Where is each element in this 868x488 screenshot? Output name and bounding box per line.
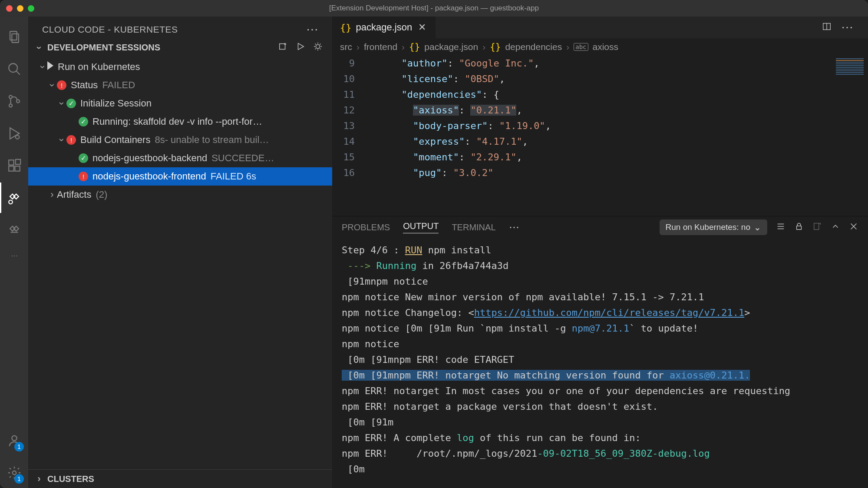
run-icon[interactable] (296, 42, 305, 53)
bottom-panel: PROBLEMS OUTPUT TERMINAL ⋯ Run on Kubern… (332, 216, 868, 488)
tree-initialize-session[interactable]: ✓ Initialize Session (28, 94, 332, 113)
cloud-run-icon[interactable] (0, 215, 28, 245)
list-icon[interactable] (776, 222, 785, 233)
svg-point-12 (12, 436, 17, 441)
dropdown-label: Run on Kubernetes: no (666, 222, 750, 232)
panel-tabs: PROBLEMS OUTPUT TERMINAL ⋯ Run on Kubern… (332, 216, 868, 238)
code-lines[interactable]: "author": "Google Inc.", "license": "0BS… (367, 56, 833, 216)
tab-output[interactable]: OUTPUT (403, 221, 439, 233)
clear-output-icon[interactable] (812, 222, 822, 233)
minimap[interactable] (833, 56, 868, 216)
section-label: CLUSTERS (47, 474, 94, 484)
svg-rect-14 (280, 44, 285, 50)
explorer-icon[interactable] (0, 22, 28, 52)
tree-label: nodejs-guestbook-backend (92, 153, 207, 164)
breadcrumb-segment[interactable]: src (340, 42, 352, 52)
traffic-lights (6, 5, 34, 12)
tree-state: FAILED (102, 80, 135, 91)
breadcrumb-segment[interactable]: package.json (424, 42, 478, 52)
tree-count: (2) (96, 189, 107, 200)
json-file-icon: {} (409, 42, 420, 52)
success-icon: ✓ (66, 99, 76, 108)
chevron-down-icon (47, 80, 57, 91)
svg-rect-1 (12, 34, 19, 43)
tree-state: SUCCEEDE… (211, 153, 274, 164)
tree-status[interactable]: ! Status FAILED (28, 76, 332, 94)
tree-label: Run on Kubernetes (58, 61, 140, 73)
svg-point-5 (16, 100, 19, 103)
dev-sessions-tree: Run on Kubernetes ! Status FAILED ✓ Init… (28, 57, 332, 205)
breadcrumb[interactable]: src› frontend› {} package.json› {} depen… (332, 38, 868, 56)
new-session-icon[interactable] (278, 42, 288, 53)
chevron-down-icon (57, 134, 66, 146)
tab-terminal[interactable]: TERMINAL (452, 222, 495, 232)
tree-label: Initialize Session (80, 98, 152, 109)
string-icon: abc (574, 43, 588, 51)
tab-problems[interactable]: PROBLEMS (342, 222, 390, 232)
settings-gear-icon[interactable]: 1 (0, 458, 28, 488)
output-content[interactable]: Step 4/6 : RUN npm install ---> Running … (332, 238, 868, 488)
svg-rect-9 (15, 166, 20, 171)
tree-backend[interactable]: ✓ nodejs-guestbook-backend SUCCEEDE… (28, 149, 332, 167)
close-tab-icon[interactable]: ✕ (416, 22, 428, 33)
account-icon[interactable]: 1 (0, 425, 28, 456)
settings-badge: 1 (14, 474, 24, 484)
tree-state: FAILED 6s (211, 171, 256, 182)
breadcrumb-segment[interactable]: axioss (593, 42, 619, 52)
section-development-sessions[interactable]: DEVELOPMENT SESSIONS (28, 38, 332, 57)
debug-icon[interactable] (313, 42, 323, 53)
chevron-down-icon (34, 42, 44, 53)
tree-build-containers[interactable]: ! Build Containers 8s- unable to stream … (28, 131, 332, 149)
breadcrumb-segment[interactable]: frontend (364, 42, 397, 52)
success-icon: ✓ (79, 153, 88, 163)
tree-skaffold[interactable]: ✓ Running: skaffold dev -v info --port-f… (28, 113, 332, 131)
lock-scroll-icon[interactable] (794, 222, 804, 233)
activity-bar: ⋯ 1 1 (0, 17, 28, 488)
tab-label: package.json (356, 22, 413, 33)
svg-rect-7 (9, 160, 13, 165)
tree-artifacts[interactable]: Artifacts (2) (28, 186, 332, 204)
tree-label: Running: skaffold dev -v info --port-for… (92, 116, 262, 127)
tree-detail: 8s- unable to stream buil… (155, 134, 269, 146)
svg-point-13 (12, 471, 16, 475)
close-window-button[interactable] (6, 5, 13, 12)
svg-point-2 (9, 63, 17, 72)
output-channel-dropdown[interactable]: Run on Kubernetes: no (660, 219, 767, 235)
maximize-window-button[interactable] (28, 5, 34, 12)
window-title: [Extension Development Host] - package.j… (329, 4, 539, 13)
chevron-right-icon (34, 473, 44, 485)
tree-frontend[interactable]: ! nodejs-guestbook-frontend FAILED 6s (28, 167, 332, 186)
minimize-window-button[interactable] (17, 5, 23, 12)
line-gutter: 910111213141516 (332, 56, 367, 216)
extensions-icon[interactable] (0, 150, 28, 181)
json-file-icon: {} (340, 22, 352, 33)
code-editor[interactable]: 910111213141516 "author": "Google Inc.",… (332, 56, 868, 216)
svg-rect-10 (15, 159, 20, 164)
tree-label: Status (71, 80, 98, 91)
close-panel-icon[interactable] (849, 222, 858, 233)
section-label: DEVELOPMENT SESSIONS (47, 43, 160, 53)
svg-point-6 (15, 135, 19, 139)
svg-rect-8 (9, 166, 13, 171)
tab-package-json[interactable]: {} package.json ✕ (332, 17, 436, 38)
titlebar: [Extension Development Host] - package.j… (0, 0, 868, 17)
expand-panel-icon[interactable] (831, 222, 840, 233)
cloud-code-icon[interactable] (0, 183, 28, 213)
split-editor-icon[interactable] (822, 22, 832, 33)
editor-tabs: {} package.json ✕ ⋯ (332, 17, 868, 38)
svg-rect-17 (797, 226, 802, 229)
source-control-icon[interactable] (0, 86, 28, 116)
tree-run-on-kubernetes[interactable]: Run on Kubernetes (28, 58, 332, 76)
tree-label: Build Containers (80, 134, 150, 146)
svg-point-4 (9, 104, 12, 107)
sidebar: CLOUD CODE - KUBERNETES ⋯ DEVELOPMENT SE… (28, 17, 332, 488)
section-clusters[interactable]: CLUSTERS (28, 469, 332, 488)
svg-point-11 (9, 200, 13, 204)
activity-more-icon[interactable]: ⋯ (0, 247, 28, 264)
breadcrumb-segment[interactable]: dependencies (505, 42, 562, 52)
run-debug-icon[interactable] (0, 118, 28, 149)
object-icon: {} (490, 42, 501, 52)
editor-group: {} package.json ✕ ⋯ src› frontend› {} pa… (332, 17, 868, 488)
tree-label: Artifacts (57, 189, 91, 200)
search-icon[interactable] (0, 54, 28, 84)
